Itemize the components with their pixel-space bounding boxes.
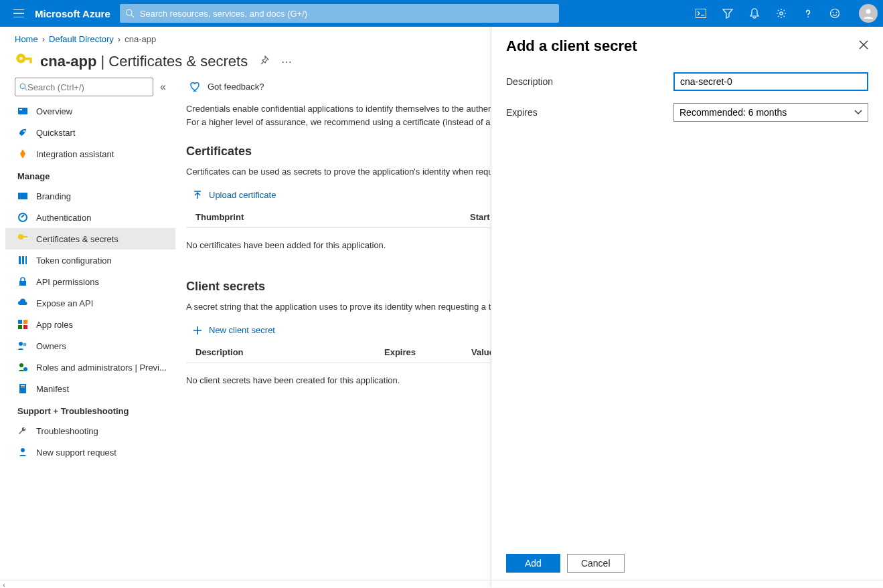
svg-point-32 <box>23 367 27 371</box>
svg-rect-26 <box>23 320 27 324</box>
token-icon <box>17 255 28 266</box>
svg-rect-35 <box>21 387 25 387</box>
expires-value: Recommended: 6 months <box>679 107 787 118</box>
horizontal-scroll-hint[interactable]: ‹ <box>0 580 883 588</box>
add-button[interactable]: Add <box>506 554 560 573</box>
upload-icon <box>193 191 202 200</box>
sidebar-item-certificates-secrets[interactable]: Certificates & secrets <box>5 228 175 250</box>
sidebar-item-branding[interactable]: Branding <box>5 185 175 207</box>
sidebar-item-expose-api[interactable]: Expose an API <box>5 292 175 314</box>
grid-icon <box>17 319 28 330</box>
close-button[interactable] <box>859 40 868 52</box>
hamburger-icon <box>13 9 24 17</box>
help-icon <box>803 8 813 19</box>
expires-select[interactable]: Recommended: 6 months <box>673 103 868 122</box>
sidebar-item-label: App roles <box>36 320 73 330</box>
feedback-button[interactable] <box>821 0 848 27</box>
key-icon <box>15 52 33 71</box>
quickstart-icon <box>17 127 28 138</box>
pin-button[interactable] <box>260 56 269 68</box>
chevron-right-icon: › <box>38 34 49 44</box>
description-input[interactable] <box>673 72 868 91</box>
sidebar-item-label: Authentication <box>36 213 91 223</box>
svg-rect-20 <box>22 236 27 237</box>
global-search[interactable] <box>120 4 559 23</box>
cloud-shell-icon <box>696 9 706 18</box>
cancel-button[interactable]: Cancel <box>567 554 625 573</box>
sidebar-group-manage: Manage <box>5 165 175 185</box>
svg-point-4 <box>831 9 839 18</box>
sidebar-item-token-configuration[interactable]: Token configuration <box>5 250 175 271</box>
sidebar-item-overview[interactable]: Overview <box>5 100 175 122</box>
sidebar-search-input[interactable] <box>27 82 149 92</box>
directory-filter-button[interactable] <box>714 0 741 27</box>
sidebar-item-label: Manifest <box>36 384 69 394</box>
pin-icon <box>260 56 269 65</box>
svg-point-9 <box>19 57 23 60</box>
close-icon <box>859 40 868 50</box>
help-button[interactable] <box>795 0 821 27</box>
sidebar-item-label: Quickstart <box>36 128 76 138</box>
sidebar-item-new-support-request[interactable]: New support request <box>5 442 175 463</box>
sidebar-item-authentication[interactable]: Authentication <box>5 207 175 228</box>
sidebar-item-roles-admins[interactable]: Roles and administrators | Previ... <box>5 357 175 378</box>
sidebar-item-label: New support request <box>36 448 116 458</box>
search-icon <box>125 9 135 18</box>
owners-icon <box>17 340 28 351</box>
sidebar-item-troubleshooting[interactable]: Troubleshooting <box>5 420 175 442</box>
avatar-icon <box>862 7 875 20</box>
svg-rect-17 <box>18 193 27 199</box>
sidebar-item-integration-assistant[interactable]: Integration assistant <box>5 143 175 165</box>
crumb-directory[interactable]: Default Directory <box>49 34 114 44</box>
sidebar-item-api-permissions[interactable]: API permissions <box>5 271 175 292</box>
sidebar-item-label: Troubleshooting <box>36 426 98 436</box>
hamburger-menu[interactable] <box>5 0 32 27</box>
notifications-button[interactable] <box>741 0 768 27</box>
global-search-input[interactable] <box>135 9 554 19</box>
sidebar-item-quickstart[interactable]: Quickstart <box>5 122 175 143</box>
svg-rect-22 <box>22 256 24 264</box>
cloud-icon <box>17 298 28 308</box>
roles-icon <box>17 362 28 373</box>
sidebar-item-label: Token configuration <box>36 256 112 266</box>
settings-button[interactable] <box>768 0 795 27</box>
collapse-sidebar-button[interactable]: « <box>160 81 166 93</box>
svg-rect-2 <box>696 9 706 18</box>
svg-line-13 <box>25 88 27 90</box>
sidebar-item-owners[interactable]: Owners <box>5 335 175 357</box>
svg-rect-11 <box>29 60 32 64</box>
plus-icon <box>193 326 202 335</box>
more-button[interactable]: ⋯ <box>281 56 292 68</box>
sidebar-item-label: Integration assistant <box>36 149 114 159</box>
sidebar-group-support: Support + Troubleshooting <box>5 399 175 420</box>
svg-point-7 <box>866 9 871 14</box>
svg-point-0 <box>126 9 132 15</box>
svg-line-1 <box>131 15 134 17</box>
filter-icon <box>722 8 733 19</box>
wrench-icon <box>17 425 28 436</box>
cloud-shell-button[interactable] <box>688 0 714 27</box>
svg-rect-25 <box>18 320 22 324</box>
svg-rect-23 <box>25 256 27 264</box>
sidebar-item-label: Expose an API <box>36 298 93 308</box>
svg-rect-21 <box>19 256 21 264</box>
gear-icon <box>776 8 787 19</box>
sidebar-item-app-roles[interactable]: App roles <box>5 314 175 335</box>
svg-point-12 <box>20 84 25 89</box>
sidebar-search[interactable] <box>15 78 153 96</box>
support-icon <box>17 447 28 458</box>
lock-icon <box>17 276 28 287</box>
description-label: Description <box>506 76 673 87</box>
resource-sidebar: « Overview Quickstart Integration assist… <box>0 78 177 577</box>
svg-point-36 <box>21 448 25 452</box>
feedback-label: Got feedback? <box>208 82 264 92</box>
crumb-home[interactable]: Home <box>15 34 38 44</box>
rocket-icon <box>17 149 28 159</box>
svg-point-6 <box>836 12 837 13</box>
account-avatar[interactable] <box>859 4 878 23</box>
expires-label: Expires <box>506 107 673 118</box>
sidebar-item-manifest[interactable]: Manifest <box>5 378 175 399</box>
brand-label: Microsoft Azure <box>32 8 120 19</box>
sidebar-item-label: Roles and administrators | Previ... <box>36 363 167 373</box>
search-icon <box>19 83 27 91</box>
